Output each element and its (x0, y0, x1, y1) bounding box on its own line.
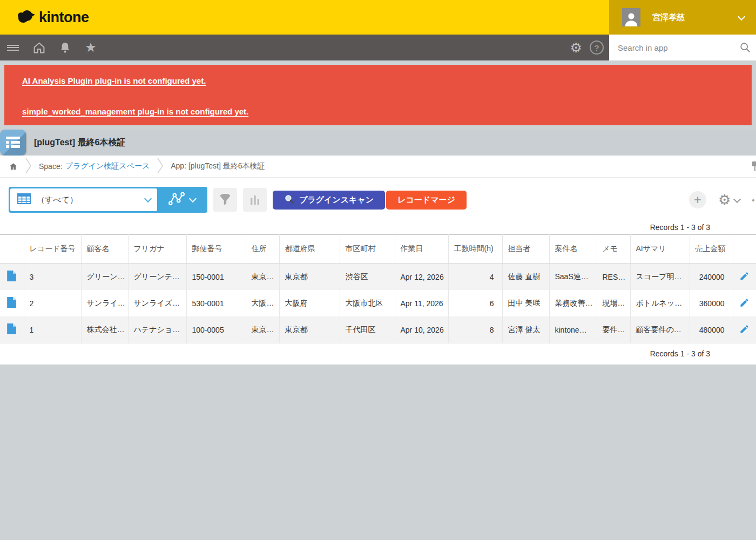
record-merge-label: レコードマージ (397, 195, 455, 205)
user-icon (623, 11, 639, 26)
breadcrumb-home-icon[interactable] (9, 162, 18, 171)
cell-city: 千代田区 (340, 316, 395, 343)
cell-record-no: 1 (24, 316, 81, 343)
cell-record-no: 2 (24, 290, 81, 316)
chevron-down-icon (738, 13, 745, 21)
cell-record-no: 3 (24, 264, 81, 291)
table-row: 1 株式会社… ハテナショ… 100-0005 東京… 東京都 千代田区 Apr… (0, 316, 756, 343)
filter-icon (218, 193, 232, 207)
cell-zip: 100-0005 (186, 316, 246, 343)
chevron-down-icon (144, 195, 152, 202)
global-navbar: ★ ⚙ ? (0, 35, 756, 60)
nav-right-icons: ⚙ ? (570, 35, 604, 60)
cell-hours: 8 (448, 316, 502, 343)
record-merge-button[interactable]: レコードマージ (386, 191, 467, 210)
header-customer[interactable]: 顧客名 (81, 235, 128, 264)
header-project[interactable]: 案件名 (549, 235, 597, 264)
header-sales[interactable]: 売上金額 (690, 235, 733, 264)
graph-icon (168, 192, 185, 208)
breadcrumb-space-link[interactable]: プラグイン検証スペース (65, 161, 150, 171)
records-count-top: Records 1 - 3 of 3 (0, 220, 756, 234)
graph-view-button[interactable] (157, 188, 206, 211)
record-doc-icon[interactable] (0, 290, 24, 316)
notifications-icon[interactable] (52, 35, 78, 60)
toolbar: （すべて） (0, 178, 756, 213)
app-search (609, 35, 756, 60)
cell-zip: 150-0001 (186, 264, 246, 291)
cell-project: kintone… (549, 316, 597, 343)
breadcrumb-separator (157, 157, 163, 176)
chevron-down-icon (188, 195, 196, 202)
options-icon[interactable]: ••• (752, 195, 756, 205)
cell-city: 渋谷区 (340, 264, 395, 291)
logo-text: kintone (39, 9, 89, 26)
record-table: レコード番号 顧客名 フリガナ 郵便番号 住所 都道府県 市区町村 作業日 工数… (0, 234, 756, 343)
edit-icon[interactable] (733, 316, 756, 343)
user-name: 宮澤孝慈 (652, 12, 685, 23)
cell-furigana: グリーンテ… (128, 264, 186, 291)
table-row: 2 サンライ… サンライズ… 530-0001 大阪… 大阪府 大阪市北区 Ap… (0, 290, 756, 316)
header-hours[interactable]: 工数時間(h) (448, 235, 502, 264)
cell-address: 東京… (246, 316, 279, 343)
edit-icon[interactable] (733, 290, 756, 316)
add-record-button[interactable]: + (689, 191, 706, 208)
breadcrumb-space-label: Space: (39, 162, 63, 171)
cell-customer: サンライ… (81, 290, 128, 316)
cell-zip: 530-0001 (186, 290, 246, 316)
header-city[interactable]: 市区町村 (340, 235, 395, 264)
cell-assignee: 田中 美咲 (502, 290, 549, 316)
header-furigana[interactable]: フリガナ (128, 235, 186, 264)
settings-icon: ⚙ (718, 193, 731, 207)
avatar (622, 8, 640, 26)
cell-sales: 360000 (690, 290, 733, 316)
record-doc-icon[interactable] (0, 264, 24, 291)
app-icon[interactable] (0, 130, 26, 156)
cell-ai-summary: ボトルネッ… (630, 290, 690, 316)
search-icon[interactable] (734, 35, 756, 60)
header-pref[interactable]: 都道府県 (279, 235, 340, 264)
cell-address: 大阪… (246, 290, 279, 316)
cell-pref: 東京都 (279, 264, 340, 291)
cell-ai-summary: 顧客要件の… (630, 316, 690, 343)
plugin-scan-button[interactable]: プラグインスキャン (273, 191, 385, 210)
chart-icon (248, 193, 261, 206)
header-assignee[interactable]: 担当者 (502, 235, 549, 264)
chart-button[interactable] (243, 188, 267, 212)
pin-icon[interactable] (751, 161, 756, 173)
menu-icon[interactable] (0, 35, 26, 60)
chevron-down-icon (733, 195, 741, 202)
cell-memo: 現場… (597, 290, 630, 316)
cell-work-date: Apr 10, 2026 (395, 316, 448, 343)
header-memo[interactable]: メモ (597, 235, 630, 264)
app-title-bar: [plugTest] 最終6本検証 (0, 130, 756, 156)
header-ai-summary[interactable]: AIサマリ (630, 235, 690, 264)
header-work-date[interactable]: 作業日 (395, 235, 448, 264)
breadcrumb-separator (25, 157, 31, 176)
cell-project: SaaS連… (549, 264, 597, 291)
cell-pref: 東京都 (279, 316, 340, 343)
banner-link-ai-analysis[interactable]: AI Analysis Plugin plug-in is not config… (22, 76, 206, 85)
header-edit-col (733, 235, 756, 264)
view-selected-label: （すべて） (37, 195, 78, 205)
header-record-no[interactable]: レコード番号 (24, 235, 81, 264)
cell-city: 大阪市北区 (340, 290, 395, 316)
user-menu[interactable]: 宮澤孝慈 (609, 0, 756, 35)
cell-pref: 大阪府 (279, 290, 340, 316)
edit-icon[interactable] (733, 264, 756, 291)
favorites-icon[interactable]: ★ (78, 35, 104, 60)
search-input[interactable] (617, 43, 734, 53)
banner-link-worked-management[interactable]: simple_worked_management plug-in is not … (22, 107, 248, 116)
view-select-dropdown[interactable]: （すべて） (10, 188, 157, 211)
cell-project: 業務改善… (549, 290, 597, 316)
app-settings-button[interactable]: ⚙ (718, 193, 740, 207)
kintone-logo[interactable]: kintone (16, 9, 89, 26)
record-doc-icon[interactable] (0, 316, 24, 343)
header-zip[interactable]: 郵便番号 (186, 235, 246, 264)
settings-icon[interactable]: ⚙ (570, 41, 582, 55)
table-header-row: レコード番号 顧客名 フリガナ 郵便番号 住所 都道府県 市区町村 作業日 工数… (0, 235, 756, 264)
filter-button[interactable] (213, 188, 237, 212)
header-address[interactable]: 住所 (246, 235, 279, 264)
home-icon[interactable] (26, 35, 52, 60)
help-icon[interactable]: ? (590, 40, 604, 55)
cell-customer: 株式会社… (81, 316, 128, 343)
